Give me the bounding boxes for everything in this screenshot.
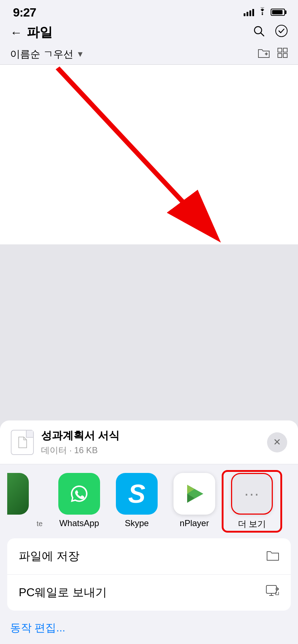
- whatsapp-app-icon: [58, 473, 100, 515]
- check-button[interactable]: [275, 24, 288, 40]
- svg-point-12: [67, 481, 92, 506]
- skype-label: Skype: [125, 518, 149, 528]
- svg-rect-16: [266, 585, 276, 593]
- status-bar: 9:27: [0, 0, 298, 19]
- svg-rect-7: [283, 48, 287, 52]
- wifi-icon: [258, 7, 267, 17]
- status-time: 9:27: [13, 5, 36, 19]
- file-icon: [11, 430, 34, 455]
- svg-point-3: [276, 25, 287, 37]
- more-label: 더 보기: [238, 518, 266, 530]
- app-item-more[interactable]: ··· 더 보기: [223, 473, 281, 530]
- nplayer-label: nPlayer: [180, 518, 209, 528]
- close-button[interactable]: ✕: [267, 432, 287, 452]
- svg-rect-8: [278, 54, 282, 58]
- status-icons: [244, 7, 285, 17]
- search-button[interactable]: [253, 25, 265, 40]
- new-folder-icon[interactable]: [258, 47, 270, 61]
- svg-point-1: [254, 27, 262, 34]
- action-save-file[interactable]: 파일에 저장: [7, 538, 291, 575]
- folder-icon: [266, 549, 279, 564]
- svg-point-0: [262, 14, 263, 15]
- app-item-nplayer[interactable]: nPlayer: [166, 473, 223, 528]
- svg-rect-9: [283, 54, 287, 58]
- edit-actions-link[interactable]: 동작 편집...: [0, 615, 298, 644]
- save-file-label: 파일에 저장: [19, 548, 80, 564]
- red-arrow-annotation: [0, 65, 298, 244]
- nav-bar: ← 파일: [0, 19, 298, 45]
- grid-view-icon[interactable]: [277, 47, 288, 61]
- app-icons-row: te WhatsApp S Skype: [0, 464, 298, 538]
- more-app-icon: ···: [231, 473, 273, 515]
- file-meta: 데이터 · 16 KB: [41, 445, 119, 456]
- sort-label[interactable]: 이름순 ㄱ우선 ▼: [10, 47, 84, 61]
- app-item-whatsapp[interactable]: WhatsApp: [50, 473, 108, 528]
- svg-line-11: [58, 68, 202, 222]
- file-info-row: 성과계획서 서식 데이터 · 16 KB ✕: [0, 420, 298, 464]
- sort-bar: 이름순 ㄱ우선 ▼: [0, 45, 298, 65]
- action-list: 파일에 저장 PC웨일로 보내기: [7, 538, 291, 611]
- app-item-partial: [7, 473, 29, 515]
- pcwail-icon: [266, 585, 279, 601]
- share-sheet: 성과계획서 서식 데이터 · 16 KB ✕ te WhatsApp: [0, 420, 298, 644]
- file-preview-area: [0, 65, 298, 244]
- skype-app-icon: S: [116, 473, 158, 515]
- send-pcwail-label: PC웨일로 보내기: [19, 585, 107, 601]
- svg-line-2: [261, 33, 264, 36]
- signal-icon: [244, 8, 254, 16]
- sort-icons: [258, 47, 288, 61]
- back-button[interactable]: ←: [10, 26, 22, 38]
- action-send-pcwail[interactable]: PC웨일로 보내기: [7, 575, 291, 611]
- battery-icon: [271, 9, 285, 16]
- page-title: 파일: [27, 24, 53, 41]
- nplayer-app-icon: [173, 473, 215, 515]
- partial-label: te: [37, 520, 43, 528]
- whatsapp-label: WhatsApp: [59, 518, 99, 528]
- svg-rect-6: [278, 48, 282, 52]
- file-name: 성과계획서 서식: [41, 428, 119, 443]
- app-item-skype[interactable]: S Skype: [108, 473, 166, 528]
